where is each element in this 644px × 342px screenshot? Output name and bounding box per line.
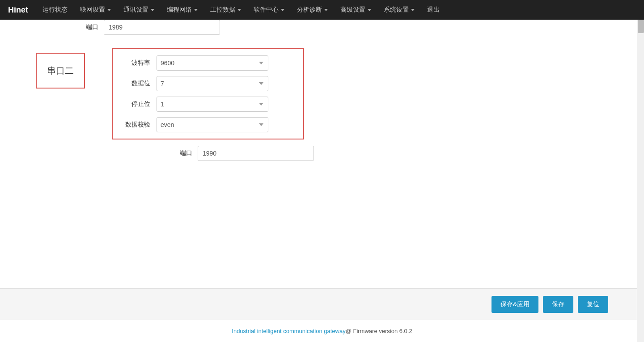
baud-rate-select[interactable]: 9600 <box>157 55 268 71</box>
port1-label: 端口 <box>63 23 98 31</box>
scrollbar[interactable] <box>637 20 644 293</box>
serial2-settings-container: 波特率 9600 数据位 7 停止位 1 <box>112 48 314 167</box>
nav-item-logout[interactable]: 退出 <box>421 0 446 20</box>
nav-item-advanced[interactable]: 高级设置 <box>334 0 377 20</box>
nav-label-comm: 通讯设置 <box>123 6 148 14</box>
port2-input[interactable] <box>198 146 314 161</box>
data-bits-select[interactable]: 7 <box>157 76 268 91</box>
chevron-down-icon <box>107 9 111 11</box>
nav-label-status: 运行状态 <box>42 6 68 14</box>
nav-label-system: 系统设置 <box>384 6 409 14</box>
chevron-down-icon <box>194 9 198 11</box>
port2-label: 端口 <box>157 149 192 157</box>
main-content: 端口 串口二 波特率 9600 数据位 7 <box>0 20 644 293</box>
nav-item-system[interactable]: 系统设置 <box>377 0 421 20</box>
nav-label-industrial: 工控数据 <box>210 6 235 14</box>
serial2-settings-box: 波特率 9600 数据位 7 停止位 1 <box>112 48 304 139</box>
nav-label-software: 软件中心 <box>254 6 279 14</box>
nav-label-prog: 编程网络 <box>167 6 192 14</box>
brand-logo: Hinet <box>4 5 36 15</box>
nav-item-network[interactable]: 联网设置 <box>74 0 117 20</box>
data-bits-label: 数据位 <box>119 80 150 88</box>
port1-input[interactable] <box>104 20 220 35</box>
nav-item-industrial[interactable]: 工控数据 <box>204 0 247 20</box>
chevron-down-icon <box>368 9 371 11</box>
chevron-down-icon <box>237 9 241 11</box>
serial2-title: 串口二 <box>47 65 74 77</box>
footer-bar: 保存&应用 保存 复位 <box>0 288 644 293</box>
parity-label: 数据校验 <box>119 121 150 129</box>
nav-item-software[interactable]: 软件中心 <box>247 0 291 20</box>
nav-label-logout: 退出 <box>427 6 440 14</box>
parity-row: 数据校验 even <box>119 117 294 132</box>
stop-bits-label: 停止位 <box>119 100 150 108</box>
scroll-thumb[interactable] <box>638 20 644 33</box>
data-bits-row: 数据位 7 <box>119 76 294 91</box>
nav-item-comm[interactable]: 通讯设置 <box>117 0 161 20</box>
nav-label-advanced: 高级设置 <box>340 6 365 14</box>
baud-rate-label: 波特率 <box>119 59 150 67</box>
serial2-title-box: 串口二 <box>36 53 85 89</box>
nav-label-network: 联网设置 <box>80 6 105 14</box>
chevron-down-icon <box>281 9 284 11</box>
stop-bits-row: 停止位 1 <box>119 97 294 112</box>
nav-item-status[interactable]: 运行状态 <box>36 0 74 20</box>
port1-row: 端口 <box>27 20 617 35</box>
chevron-down-icon <box>411 9 415 11</box>
chevron-down-icon <box>324 9 328 11</box>
nav-label-analysis: 分析诊断 <box>297 6 322 14</box>
baud-rate-row: 波特率 9600 <box>119 55 294 71</box>
chevron-down-icon <box>151 9 154 11</box>
nav-item-analysis[interactable]: 分析诊断 <box>291 0 334 20</box>
stop-bits-select[interactable]: 1 <box>157 97 268 112</box>
serial2-section: 串口二 波特率 9600 数据位 7 <box>27 48 617 167</box>
nav-item-prog[interactable]: 编程网络 <box>161 0 204 20</box>
port2-row: 端口 <box>112 146 314 161</box>
parity-select[interactable]: even <box>157 117 268 132</box>
navbar: Hinet 运行状态 联网设置 通讯设置 编程网络 工控数据 软件中心 分析诊断… <box>0 0 644 20</box>
